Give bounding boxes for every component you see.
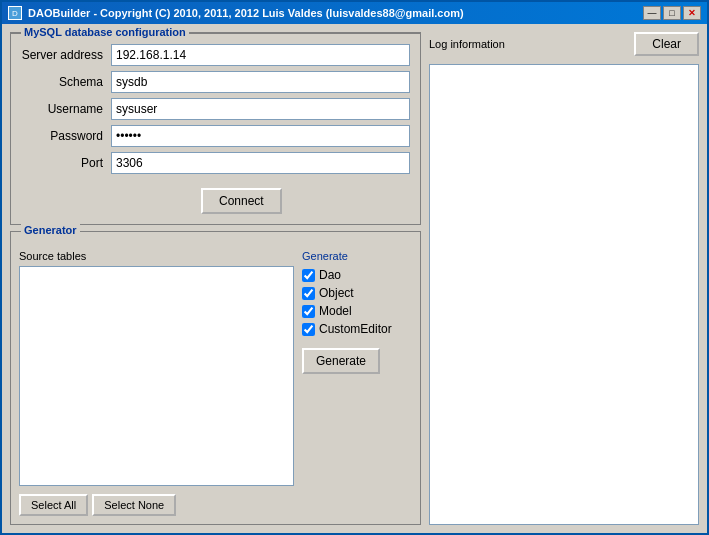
close-button[interactable]: ✕ — [683, 6, 701, 20]
log-header: Log information Clear — [429, 32, 699, 56]
dao-checkbox[interactable] — [302, 269, 315, 282]
db-config-label: MySQL database configuration — [21, 26, 189, 38]
password-label: Password — [21, 129, 111, 143]
username-input[interactable] — [111, 98, 410, 120]
port-label: Port — [21, 156, 111, 170]
select-none-button[interactable]: Select None — [92, 494, 176, 516]
generate-panel: Generate Dao Object — [302, 250, 412, 516]
generator-label: Generator — [21, 224, 80, 236]
schema-label: Schema — [21, 75, 111, 89]
title-bar-left: D DAOBuilder - Copyright (C) 2010, 2011,… — [8, 6, 464, 20]
customeditor-label[interactable]: CustomEditor — [319, 322, 392, 336]
log-label: Log information — [429, 38, 505, 50]
object-label[interactable]: Object — [319, 286, 354, 300]
right-panel: Log information Clear — [429, 32, 699, 525]
maximize-button[interactable]: □ — [663, 6, 681, 20]
source-tables-list[interactable] — [19, 266, 294, 486]
left-panel: MySQL database configuration Server addr… — [10, 32, 421, 525]
customeditor-checkbox[interactable] — [302, 323, 315, 336]
object-checkbox-item: Object — [302, 286, 412, 300]
main-window: D DAOBuilder - Copyright (C) 2010, 2011,… — [0, 0, 709, 535]
server-address-group: Server address — [21, 44, 410, 66]
connect-button[interactable]: Connect — [201, 188, 282, 214]
title-bar: D DAOBuilder - Copyright (C) 2010, 2011,… — [2, 2, 707, 24]
password-input[interactable] — [111, 125, 410, 147]
server-address-label: Server address — [21, 48, 111, 62]
object-checkbox[interactable] — [302, 287, 315, 300]
window-title: DAOBuilder - Copyright (C) 2010, 2011, 2… — [28, 7, 464, 19]
generator-section: Generator Source tables Select All Selec… — [10, 231, 421, 525]
schema-input[interactable] — [111, 71, 410, 93]
log-area[interactable] — [429, 64, 699, 525]
generate-label: Generate — [302, 250, 412, 262]
port-group: Port — [21, 152, 410, 174]
model-checkbox[interactable] — [302, 305, 315, 318]
minimize-button[interactable]: — — [643, 6, 661, 20]
username-group: Username — [21, 98, 410, 120]
clear-button[interactable]: Clear — [634, 32, 699, 56]
customeditor-checkbox-item: CustomEditor — [302, 322, 412, 336]
source-tables-area: Source tables Select All Select None — [19, 250, 294, 516]
model-checkbox-item: Model — [302, 304, 412, 318]
dao-label[interactable]: Dao — [319, 268, 341, 282]
password-group: Password — [21, 125, 410, 147]
server-address-input[interactable] — [111, 44, 410, 66]
generate-button[interactable]: Generate — [302, 348, 380, 374]
username-label: Username — [21, 102, 111, 116]
port-input[interactable] — [111, 152, 410, 174]
model-label[interactable]: Model — [319, 304, 352, 318]
generator-content: Source tables Select All Select None Gen… — [19, 250, 412, 516]
dao-checkbox-item: Dao — [302, 268, 412, 282]
content-area: MySQL database configuration Server addr… — [2, 24, 707, 533]
select-all-button[interactable]: Select All — [19, 494, 88, 516]
title-bar-controls: — □ ✕ — [643, 6, 701, 20]
source-tables-label: Source tables — [19, 250, 294, 262]
app-icon: D — [8, 6, 22, 20]
schema-group: Schema — [21, 71, 410, 93]
source-tables-buttons: Select All Select None — [19, 494, 294, 516]
checkbox-group: Dao Object Model — [302, 268, 412, 336]
db-config-section: MySQL database configuration Server addr… — [10, 32, 421, 225]
